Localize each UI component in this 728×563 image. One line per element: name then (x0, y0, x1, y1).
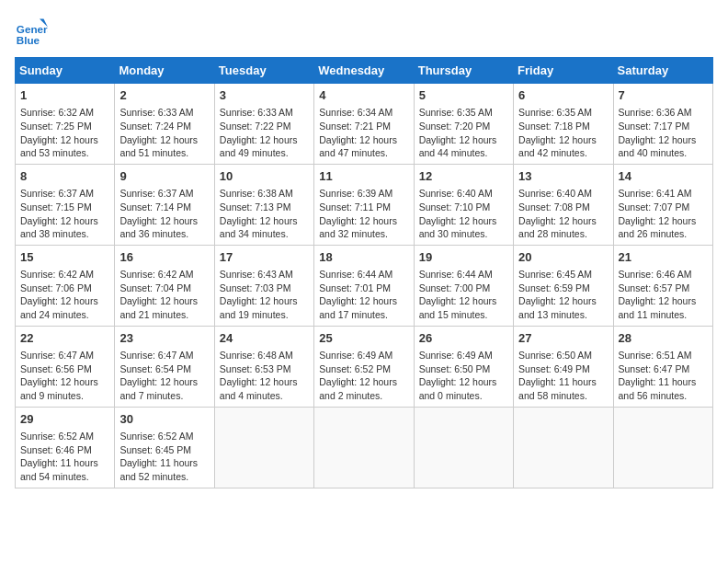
day-info: and 51 minutes. (119, 146, 209, 160)
day-info: Daylight: 12 hours (419, 375, 508, 389)
day-info: and 32 minutes. (319, 227, 408, 241)
day-info: Daylight: 12 hours (319, 133, 408, 147)
day-number: 21 (619, 249, 708, 266)
day-info: and 7 minutes. (119, 389, 209, 403)
day-info: Daylight: 11 hours (619, 375, 708, 389)
day-info: Daylight: 12 hours (619, 133, 708, 147)
day-info: and 2 minutes. (319, 389, 408, 403)
header-row: SundayMondayTuesdayWednesdayThursdayFrid… (16, 58, 713, 84)
calendar-cell: 29Sunrise: 6:52 AMSunset: 6:46 PMDayligh… (16, 407, 115, 488)
day-info: Daylight: 11 hours (119, 456, 209, 470)
day-number: 29 (20, 411, 109, 428)
day-info: and 15 minutes. (419, 308, 508, 322)
day-number: 7 (619, 87, 708, 104)
calendar-table: SundayMondayTuesdayWednesdayThursdayFrid… (15, 57, 713, 488)
day-info: and 30 minutes. (419, 227, 508, 241)
day-info: and 53 minutes. (20, 146, 109, 160)
calendar-cell: 26Sunrise: 6:49 AMSunset: 6:50 PMDayligh… (414, 326, 513, 407)
day-info: Sunrise: 6:44 AM (419, 268, 508, 282)
day-info: Sunrise: 6:42 AM (20, 268, 109, 282)
day-number: 5 (419, 87, 508, 104)
day-info: Sunrise: 6:46 AM (619, 268, 708, 282)
day-info: Sunset: 7:01 PM (319, 282, 408, 295)
day-info: Sunrise: 6:40 AM (419, 187, 508, 201)
day-info: Sunset: 7:06 PM (20, 282, 109, 295)
day-info: Sunrise: 6:33 AM (220, 106, 309, 120)
calendar-cell: 2Sunrise: 6:33 AMSunset: 7:24 PMDaylight… (115, 84, 214, 165)
day-info: and 11 minutes. (619, 308, 708, 322)
col-header-friday: Friday (514, 58, 613, 84)
day-number: 19 (419, 249, 508, 266)
day-info: Sunrise: 6:47 AM (119, 349, 209, 362)
calendar-cell (314, 407, 414, 488)
day-number: 11 (319, 168, 408, 185)
day-info: Sunrise: 6:43 AM (220, 268, 309, 282)
day-number: 22 (20, 330, 109, 347)
day-info: Daylight: 12 hours (619, 294, 708, 308)
day-info: Sunrise: 6:44 AM (319, 268, 408, 282)
day-info: Daylight: 12 hours (119, 375, 209, 389)
day-number: 18 (319, 249, 408, 266)
day-info: Sunrise: 6:34 AM (319, 106, 408, 120)
day-number: 12 (419, 168, 508, 185)
week-row-1: 1Sunrise: 6:32 AMSunset: 7:25 PMDaylight… (16, 84, 713, 165)
week-row-5: 29Sunrise: 6:52 AMSunset: 6:46 PMDayligh… (16, 407, 713, 488)
day-info: Sunset: 7:07 PM (619, 201, 708, 214)
day-info: Sunrise: 6:40 AM (518, 187, 608, 201)
day-info: Daylight: 12 hours (319, 214, 408, 228)
calendar-cell: 9Sunrise: 6:37 AMSunset: 7:14 PMDaylight… (115, 164, 214, 245)
day-number: 10 (220, 168, 309, 185)
calendar-cell: 20Sunrise: 6:45 AMSunset: 6:59 PMDayligh… (514, 245, 613, 326)
day-info: Sunset: 7:22 PM (220, 120, 309, 133)
col-header-tuesday: Tuesday (214, 58, 313, 84)
day-info: Daylight: 12 hours (319, 375, 408, 389)
calendar-cell: 14Sunrise: 6:41 AMSunset: 7:07 PMDayligh… (613, 164, 712, 245)
day-info: and 9 minutes. (20, 389, 109, 403)
day-info: Daylight: 12 hours (518, 294, 608, 308)
calendar-cell: 8Sunrise: 6:37 AMSunset: 7:15 PMDaylight… (16, 164, 115, 245)
day-info: and 52 minutes. (119, 470, 209, 484)
logo-icon: General Blue (15, 15, 48, 48)
calendar-cell: 24Sunrise: 6:48 AMSunset: 6:53 PMDayligh… (214, 326, 313, 407)
day-info: Daylight: 12 hours (518, 214, 608, 228)
day-info: Sunrise: 6:52 AM (119, 430, 209, 443)
day-number: 28 (619, 330, 708, 347)
calendar-cell: 6Sunrise: 6:35 AMSunset: 7:18 PMDaylight… (514, 84, 613, 165)
day-info: Daylight: 12 hours (419, 133, 508, 147)
day-info: and 42 minutes. (518, 146, 608, 160)
day-info: and 13 minutes. (518, 308, 608, 322)
calendar-cell: 30Sunrise: 6:52 AMSunset: 6:45 PMDayligh… (115, 407, 214, 488)
day-info: Sunset: 7:20 PM (419, 120, 508, 133)
calendar-cell (613, 407, 712, 488)
calendar-cell: 22Sunrise: 6:47 AMSunset: 6:56 PMDayligh… (16, 326, 115, 407)
calendar-cell: 1Sunrise: 6:32 AMSunset: 7:25 PMDaylight… (16, 84, 115, 165)
day-info: Sunset: 7:21 PM (319, 120, 408, 133)
day-info: and 54 minutes. (20, 470, 109, 484)
day-number: 14 (619, 168, 708, 185)
calendar-cell: 11Sunrise: 6:39 AMSunset: 7:11 PMDayligh… (314, 164, 414, 245)
calendar-cell: 4Sunrise: 6:34 AMSunset: 7:21 PMDaylight… (314, 84, 414, 165)
day-info: and 28 minutes. (518, 227, 608, 241)
day-info: Sunrise: 6:33 AM (119, 106, 209, 120)
day-info: Sunset: 6:54 PM (119, 362, 209, 376)
day-info: Daylight: 11 hours (20, 456, 109, 470)
day-info: Sunrise: 6:42 AM (119, 268, 209, 282)
calendar-cell (214, 407, 313, 488)
day-info: Sunset: 7:17 PM (619, 120, 708, 133)
day-number: 20 (518, 249, 608, 266)
day-info: Sunset: 7:10 PM (419, 201, 508, 214)
day-info: and 24 minutes. (20, 308, 109, 322)
day-info: Sunset: 7:03 PM (220, 282, 309, 295)
day-info: Daylight: 12 hours (20, 294, 109, 308)
day-info: Sunrise: 6:32 AM (20, 106, 109, 120)
day-info: Daylight: 12 hours (220, 294, 309, 308)
day-info: Sunset: 7:11 PM (319, 201, 408, 214)
day-info: Sunrise: 6:38 AM (220, 187, 309, 201)
day-info: Daylight: 12 hours (20, 214, 109, 228)
day-info: Sunset: 6:47 PM (619, 362, 708, 376)
day-info: Daylight: 11 hours (518, 375, 608, 389)
calendar-cell: 28Sunrise: 6:51 AMSunset: 6:47 PMDayligh… (613, 326, 712, 407)
day-number: 15 (20, 249, 109, 266)
day-info: Sunrise: 6:52 AM (20, 430, 109, 443)
col-header-wednesday: Wednesday (314, 58, 414, 84)
